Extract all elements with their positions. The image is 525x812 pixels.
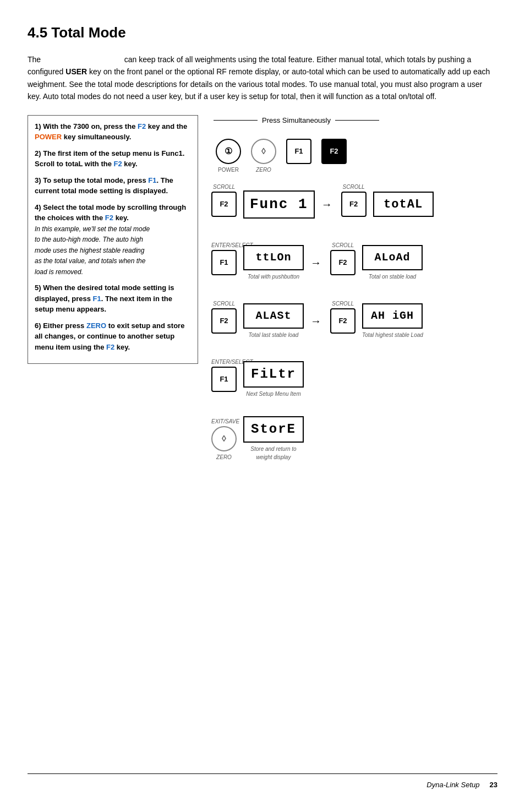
arrow-3: → xyxy=(310,313,321,329)
zero-label-2: ZERO xyxy=(216,453,232,461)
step-4: 4) Select the total mode by scrolling th… xyxy=(35,202,191,277)
f2-key-3[interactable]: F2 xyxy=(341,192,367,217)
store-label: Store and return toweight display xyxy=(243,445,304,461)
f2-key-6[interactable]: F2 xyxy=(330,308,356,334)
ps-left-line xyxy=(214,120,258,121)
alast-display-wrapper: ALASt Total last stable load xyxy=(243,303,304,339)
step-4-text: 4) Select the total mode by scrolling th… xyxy=(35,203,186,222)
step-3-text: 3) To setup the total mode, press F1. Th… xyxy=(35,176,173,195)
row1-keys: ① POWER ◊ ZERO F1 F2 xyxy=(209,130,349,173)
zero-key-label-1: ZERO xyxy=(256,166,271,174)
row2-diagram: SCROLL F2 Func 1 → SCROLL F2 totAL xyxy=(209,183,497,226)
zero-key-2[interactable]: ◊ xyxy=(211,426,237,451)
aload-label: Total on stable load xyxy=(362,273,423,281)
ps-label: Press Simultaneously xyxy=(258,115,335,126)
step-1-text: 1) With the 7300 on, press the F2 key an… xyxy=(35,122,187,141)
ttlon-display: ttLOn xyxy=(243,245,304,270)
aload-display: ALoAd xyxy=(362,245,423,270)
intro-paragraph: The can keep track of all weighments usi… xyxy=(28,53,497,103)
step4-f2: F2 xyxy=(105,214,113,222)
alast-display: ALASt xyxy=(243,303,304,329)
step-1: 1) With the 7300 on, press the F2 key an… xyxy=(35,121,191,143)
section-title: 4.5 Total Mode xyxy=(28,22,497,43)
step6-zero: ZERO xyxy=(86,321,106,330)
steps-column: 1) With the 7300 on, press the F2 key an… xyxy=(28,115,198,364)
row6-diagram: EXIT/SAVE ◊ ZERO StorE Store and return … xyxy=(209,416,497,461)
alast-label: Total last stable load xyxy=(243,331,304,339)
power-key[interactable]: ① xyxy=(216,139,241,164)
ps-right-line xyxy=(335,120,379,121)
step-6: 6) Either press ZERO to exit setup and s… xyxy=(35,320,191,353)
func1-display-wrapper: Func 1 xyxy=(243,190,315,219)
footer-text: Dyna-Link Setup xyxy=(426,781,479,789)
scroll-label-2: SCROLL xyxy=(213,183,235,191)
ahigh-display-wrapper: AH iGH Total highest stable Load xyxy=(362,303,423,339)
f2-key-4[interactable]: F2 xyxy=(330,250,356,275)
arrow-1: → xyxy=(321,196,332,212)
f2-key-wrapper-3: SCROLL F2 xyxy=(341,192,367,217)
total-display-wrapper: totAL xyxy=(373,192,434,217)
step1-power: POWER xyxy=(35,133,62,141)
step-3: 3) To setup the total mode, press F1. Th… xyxy=(35,175,191,197)
scroll-label-6: SCROLL xyxy=(332,299,354,308)
f2-key-wrapper-2: SCROLL F2 xyxy=(211,192,237,217)
zero-key-1[interactable]: ◊ xyxy=(251,139,276,164)
f1-key-3[interactable]: F1 xyxy=(211,367,237,392)
aload-display-wrapper: ALoAd Total on stable load xyxy=(362,245,423,281)
store-display: StorE xyxy=(243,416,304,443)
power-key-label: POWER xyxy=(218,166,239,174)
power-key-wrapper: ① POWER xyxy=(216,139,241,164)
f2-key-5[interactable]: F2 xyxy=(211,308,237,334)
f2-key-2[interactable]: F2 xyxy=(211,192,237,217)
arrow-2: → xyxy=(310,254,321,271)
step-4-italic: In this example, we'll set the total mod… xyxy=(35,225,150,276)
footer: Dyna-Link Setup 23 xyxy=(28,773,497,791)
f1-key-wrapper-3: ENTER/SELECT F1 xyxy=(211,367,237,392)
ahigh-label: Total highest stable Load xyxy=(362,331,423,339)
step2-f2: F2 xyxy=(114,160,122,168)
step3-f1: F1 xyxy=(148,176,156,184)
scroll-label-5: SCROLL xyxy=(213,299,235,308)
step-6-text: 6) Either press ZERO to exit setup and s… xyxy=(35,321,184,351)
press-simultaneously-header: Press Simultaneously xyxy=(209,115,379,126)
step1-f2: F2 xyxy=(138,122,146,130)
diagram-column: Press Simultaneously ① POWER ◊ ZERO F1 F… xyxy=(209,115,497,467)
func1-display: Func 1 xyxy=(243,190,315,219)
filter-display: FiLtr xyxy=(243,361,304,388)
step-2-text: 2) The first item of the setup menu is F… xyxy=(35,149,184,168)
f1-key-1[interactable]: F1 xyxy=(286,139,311,164)
f1-key-2[interactable]: F1 xyxy=(211,250,237,275)
exit-save-label: EXIT/SAVE xyxy=(211,417,239,426)
row5-diagram: ENTER/SELECT F1 FiLtr Next Setup Menu It… xyxy=(209,358,497,401)
zero-key-wrapper-1: ◊ ZERO xyxy=(251,139,276,164)
f2-key-wrapper-4: SCROLL F2 xyxy=(330,250,356,275)
ahigh-display: AH iGH xyxy=(362,303,423,329)
store-display-wrapper: StorE Store and return toweight display xyxy=(243,416,304,461)
step-5-text: 5) When the desired total mode setting i… xyxy=(35,284,174,313)
ttlon-display-wrapper: ttLOn Total with pushbutton xyxy=(243,245,304,281)
row3-diagram: ENTER/SELECT F1 ttLOn Total with pushbut… xyxy=(209,241,497,284)
scroll-label-4: SCROLL xyxy=(332,241,354,249)
f2-key-1[interactable]: F2 xyxy=(321,139,347,164)
step-5: 5) When the desired total mode setting i… xyxy=(35,282,191,315)
step-2: 2) The first item of the setup menu is F… xyxy=(35,148,191,170)
f2-key-wrapper-5: SCROLL F2 xyxy=(211,308,237,334)
step6-f2: F2 xyxy=(106,343,114,351)
filter-display-wrapper: FiLtr Next Setup Menu Item xyxy=(243,361,304,398)
f2-key-wrapper-6: SCROLL F2 xyxy=(330,308,356,334)
step5-f1: F1 xyxy=(93,295,101,303)
row4-diagram: SCROLL F2 ALASt Total last stable load →… xyxy=(209,299,497,342)
content-area: 1) With the 7300 on, press the F2 key an… xyxy=(28,115,497,467)
scroll-label-3: SCROLL xyxy=(343,183,365,191)
f1-key-wrapper-1: F1 xyxy=(286,139,311,164)
zero-key-wrapper-2: EXIT/SAVE ◊ ZERO xyxy=(211,426,237,451)
filter-label: Next Setup Menu Item xyxy=(243,390,304,398)
page-number: 23 xyxy=(490,781,497,789)
f1-key-wrapper-2: ENTER/SELECT F1 xyxy=(211,250,237,275)
total-display: totAL xyxy=(373,192,434,217)
ttlon-label: Total with pushbutton xyxy=(243,273,304,281)
f2-key-wrapper-1: F2 xyxy=(321,139,347,164)
